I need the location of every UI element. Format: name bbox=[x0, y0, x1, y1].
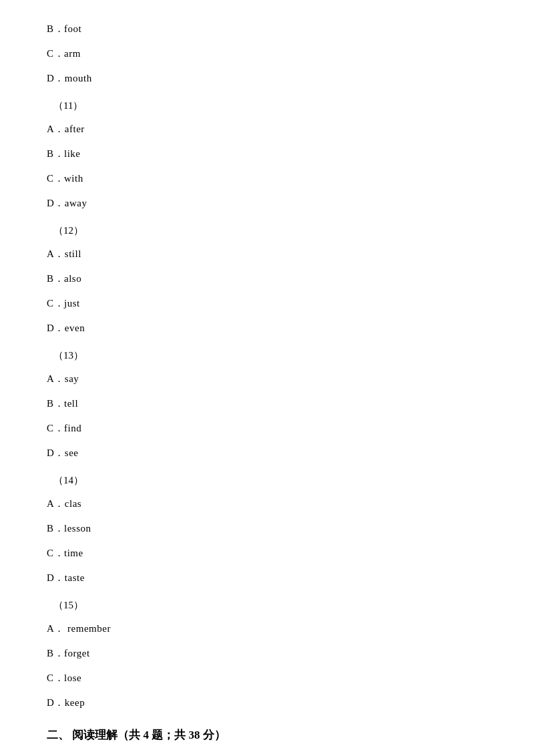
option-b10: B．foot bbox=[47, 20, 487, 38]
option-d15: D．keep bbox=[47, 694, 487, 712]
question-number-14: （14） bbox=[53, 471, 487, 490]
option-c10: C．arm bbox=[47, 45, 487, 63]
option-a13: A．say bbox=[47, 370, 487, 388]
question-number-13: （13） bbox=[53, 347, 487, 365]
option-c13: C．find bbox=[47, 419, 487, 437]
option-c14: C．time bbox=[47, 544, 487, 562]
question-number-11: （11） bbox=[53, 97, 487, 115]
option-c15: C．lose bbox=[47, 669, 487, 687]
option-d10: D．mouth bbox=[47, 69, 487, 87]
option-b11: B．like bbox=[47, 145, 487, 163]
option-b13: B．tell bbox=[47, 395, 487, 413]
section-two-header: 二、 阅读理解（共 4 题；共 38 分） bbox=[47, 724, 487, 747]
option-d14: D．taste bbox=[47, 569, 487, 587]
option-a12: A．still bbox=[47, 245, 487, 263]
option-b14: B．lesson bbox=[47, 520, 487, 538]
option-d11: D．away bbox=[47, 194, 487, 212]
option-a15: A． remember bbox=[47, 620, 487, 638]
option-c11: C．with bbox=[47, 170, 487, 188]
option-a14: A．clas bbox=[47, 495, 487, 513]
option-c12: C．just bbox=[47, 295, 487, 313]
option-b15: B．forget bbox=[47, 644, 487, 663]
question-number-15: （15） bbox=[53, 596, 487, 614]
option-d13: D．see bbox=[47, 444, 487, 462]
option-a11: A．after bbox=[47, 120, 487, 138]
question-number-12: （12） bbox=[53, 222, 487, 240]
option-b12: B．also bbox=[47, 270, 487, 288]
option-d12: D．even bbox=[47, 319, 487, 337]
